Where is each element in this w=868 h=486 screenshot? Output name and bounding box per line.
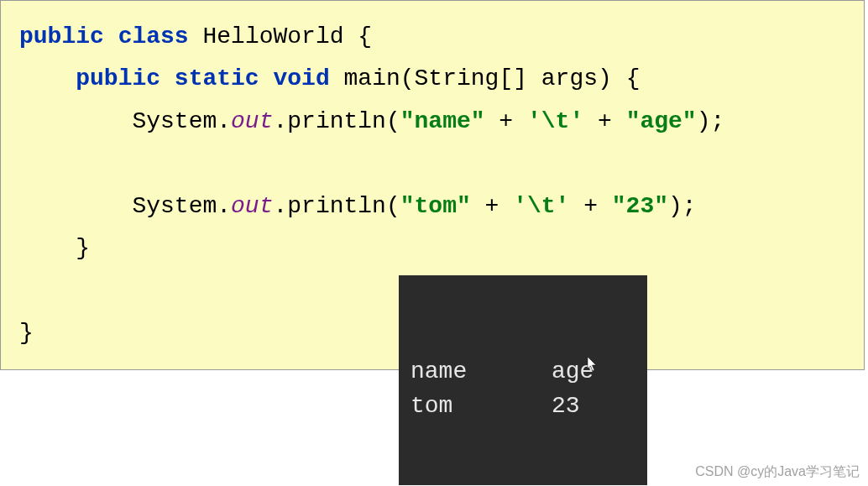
- param-name: args: [541, 65, 598, 91]
- string-literal-tom: "tom": [400, 193, 471, 219]
- close-paren: ): [598, 65, 612, 91]
- println-method: println: [287, 193, 386, 219]
- dot: .: [217, 108, 231, 134]
- out-field: out: [231, 108, 273, 134]
- string-literal-age: "age": [626, 108, 697, 134]
- keyword-void: void: [274, 65, 330, 91]
- semicolon: ;: [710, 108, 724, 134]
- plus-op: +: [569, 193, 611, 219]
- close-brace: }: [19, 320, 34, 346]
- output-row: nameage: [410, 355, 635, 389]
- watermark-text: CSDN @cy的Java学习笔记: [695, 463, 860, 481]
- dot: .: [273, 108, 287, 134]
- string-literal-name: "name": [400, 108, 485, 134]
- char-literal-tab: '\t': [513, 193, 569, 219]
- output-cell: 23: [552, 389, 580, 424]
- plus-op: +: [583, 108, 625, 134]
- dot: .: [217, 193, 231, 219]
- char-literal-tab: '\t': [527, 108, 583, 134]
- param-type: String[]: [415, 65, 527, 91]
- keyword-public: public: [76, 65, 160, 91]
- close-paren: ): [697, 108, 711, 134]
- string-literal-23: "23": [612, 193, 668, 219]
- output-row: tom23: [410, 389, 635, 424]
- plus-op: +: [485, 108, 527, 134]
- semicolon: ;: [682, 193, 697, 219]
- println-method: println: [287, 108, 386, 134]
- system-class: System: [132, 193, 217, 219]
- plus-op: +: [471, 193, 513, 219]
- keyword-static: static: [175, 65, 259, 91]
- dot: .: [273, 193, 287, 219]
- open-paren: (: [386, 193, 400, 219]
- open-brace: {: [612, 65, 641, 91]
- class-name: HelloWorld: [202, 24, 343, 50]
- out-field: out: [231, 193, 273, 219]
- open-paren: (: [400, 65, 415, 91]
- open-brace: {: [344, 24, 373, 50]
- output-cell: name: [410, 355, 552, 389]
- output-cell: tom: [410, 389, 552, 424]
- console-output: nameagetom23: [399, 275, 647, 485]
- close-brace: }: [76, 235, 90, 261]
- system-class: System: [132, 108, 217, 134]
- method-name: main: [344, 65, 400, 91]
- close-paren: ): [668, 193, 682, 219]
- keyword-class: class: [118, 24, 189, 50]
- output-cell: age: [552, 355, 593, 389]
- keyword-public: public: [19, 24, 104, 50]
- open-paren: (: [386, 108, 400, 134]
